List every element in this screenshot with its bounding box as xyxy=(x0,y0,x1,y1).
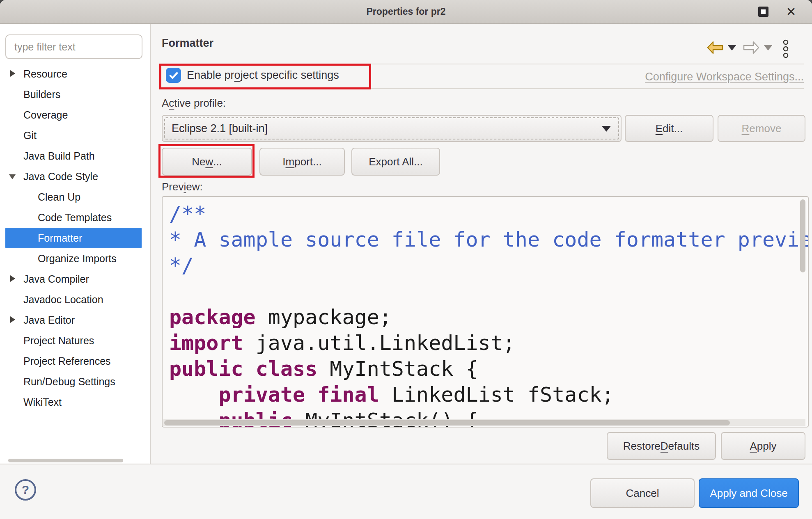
sidebar-item-label: Clean Up xyxy=(5,191,80,203)
code-line: private final LinkedList fStack; xyxy=(169,382,809,408)
apply-and-close-button[interactable]: Apply and Close xyxy=(699,478,799,508)
sidebar-item-label: Formatter xyxy=(5,232,82,244)
code-line: /** xyxy=(169,201,809,227)
sidebar-item-wikitext[interactable]: WikiText xyxy=(5,392,142,412)
code-preview: /*** A sample source file for the code f… xyxy=(162,196,809,428)
separator-bottom xyxy=(162,88,804,89)
sidebar-item-label: Git xyxy=(5,130,37,142)
chevron-right-icon[interactable] xyxy=(9,70,17,78)
code-comment: /** xyxy=(169,202,206,226)
close-button[interactable]: ✕ xyxy=(781,0,801,23)
code-text: MyIntStack { xyxy=(317,357,478,381)
footer-separator xyxy=(0,464,812,464)
maximize-icon xyxy=(758,7,768,17)
sidebar-item-coverage[interactable]: Coverage xyxy=(5,105,142,125)
sidebar-item-label: Project Natures xyxy=(5,335,94,347)
sidebar-item-java-build-path[interactable]: Java Build Path xyxy=(5,146,142,166)
export-all-button[interactable]: Export All... xyxy=(351,148,440,176)
sidebar-item-formatter[interactable]: Formatter xyxy=(5,228,142,248)
sidebar-item-label: Project References xyxy=(5,355,111,367)
page-title: Formatter xyxy=(162,37,213,50)
sidebar-item-label: Javadoc Location xyxy=(5,294,103,306)
code-line: import java.util.LinkedList; xyxy=(169,330,809,356)
sidebar-item-label: Java Code Style xyxy=(5,171,98,183)
sidebar-item-label: Code Templates xyxy=(5,212,112,224)
sidebar-item-project-natures[interactable]: Project Natures xyxy=(5,330,142,351)
sidebar-item-organize-imports[interactable]: Organize Imports xyxy=(5,248,142,269)
sidebar-item-code-templates[interactable]: Code Templates xyxy=(5,207,142,228)
view-menu-icon[interactable] xyxy=(782,39,789,58)
code-text: java.util.LinkedList; xyxy=(243,331,515,355)
sidebar-item-label: Java Compiler xyxy=(5,273,89,285)
properties-dialog: Properties for pr2 ✕ ResourceBuildersCov… xyxy=(0,0,812,519)
apply-button[interactable]: Apply xyxy=(721,432,805,460)
back-history-dropdown-icon[interactable] xyxy=(727,45,736,50)
sidebar-item-java-editor[interactable]: Java Editor xyxy=(5,310,142,330)
preview-vscrollbar-thumb[interactable] xyxy=(800,199,805,272)
sidebar-item-label: Java Build Path xyxy=(5,150,95,162)
sidebar-item-label: Organize Imports xyxy=(5,253,117,265)
code-keyword: public class xyxy=(169,357,317,381)
sidebar-item-label: Builders xyxy=(5,89,60,101)
sidebar-item-label: WikiText xyxy=(5,396,62,408)
active-profile-value: Eclipse 2.1 [built-in] xyxy=(163,122,268,135)
sidebar-item-builders[interactable]: Builders xyxy=(5,84,142,105)
filter-input[interactable] xyxy=(6,41,142,53)
dropdown-arrow-icon xyxy=(602,126,611,132)
chevron-right-icon[interactable] xyxy=(9,275,17,283)
code-text: LinkedList fStack; xyxy=(379,383,614,407)
sidebar-item-java-compiler[interactable]: Java Compiler xyxy=(5,269,142,289)
sidebar-item-label: Coverage xyxy=(5,109,68,121)
filter-box xyxy=(5,34,142,59)
window-title: Properties for pr2 xyxy=(367,6,446,17)
code-line: public class MyIntStack { xyxy=(169,356,809,382)
sidebar-item-clean-up[interactable]: Clean Up xyxy=(5,187,142,207)
edit-button[interactable]: Edit... xyxy=(625,115,713,142)
active-profile-label: Active profile: xyxy=(162,97,226,110)
code-text xyxy=(169,383,218,407)
sidebar-item-label: Run/Debug Settings xyxy=(5,376,115,388)
enable-settings-row: Enable project specific settings xyxy=(166,68,339,83)
code-line: package mypackage; xyxy=(169,304,809,330)
code-line: * A sample source file for the code form… xyxy=(169,227,809,253)
sidebar-item-run-debug-settings[interactable]: Run/Debug Settings xyxy=(5,371,142,392)
new-button[interactable]: New... xyxy=(162,148,252,176)
sidebar-item-java-code-style[interactable]: Java Code Style xyxy=(5,166,142,187)
enable-settings-label: Enable project specific settings xyxy=(187,69,339,82)
checkmark-icon xyxy=(168,70,179,81)
code-comment: */ xyxy=(169,254,194,277)
sidebar-item-javadoc-location[interactable]: Javadoc Location xyxy=(5,289,142,310)
code-keyword: private final xyxy=(218,383,379,407)
active-profile-dropdown[interactable]: Eclipse 2.1 [built-in] xyxy=(162,115,622,142)
code-text: mypackage; xyxy=(256,305,392,329)
sidebar-item-git[interactable]: Git xyxy=(5,125,142,146)
code-block: /*** A sample source file for the code f… xyxy=(169,201,809,428)
sidebar-item-resource[interactable]: Resource xyxy=(5,64,142,84)
preview-label: Preview: xyxy=(162,181,203,193)
maximize-button[interactable] xyxy=(753,0,773,23)
close-icon: ✕ xyxy=(786,6,796,18)
enable-settings-checkbox[interactable] xyxy=(166,68,181,83)
history-toolbar xyxy=(704,39,806,56)
forward-history-dropdown-icon[interactable] xyxy=(764,45,773,50)
sidebar-item-project-references[interactable]: Project References xyxy=(5,351,142,371)
code-line: */ xyxy=(169,253,809,279)
chevron-right-icon[interactable] xyxy=(9,316,17,324)
preview-hscrollbar-thumb[interactable] xyxy=(164,420,730,425)
configure-workspace-link[interactable]: Configure Workspace Settings... xyxy=(645,71,804,83)
help-icon: ? xyxy=(22,483,29,497)
code-keyword: import xyxy=(169,331,243,355)
remove-button[interactable]: Remove xyxy=(718,115,805,142)
code-comment: * A sample source file for the code form… xyxy=(169,228,809,251)
chevron-down-icon[interactable] xyxy=(9,172,17,181)
code-line xyxy=(169,279,809,304)
import-button[interactable]: Import... xyxy=(259,148,345,176)
sidebar-hscrollbar-thumb[interactable] xyxy=(8,459,123,462)
back-arrow-icon[interactable] xyxy=(707,41,723,54)
cancel-button[interactable]: Cancel xyxy=(590,478,695,508)
settings-sidebar: ResourceBuildersCoverageGitJava Build Pa… xyxy=(0,24,151,464)
restore-defaults-button[interactable]: Restore Defaults xyxy=(607,432,716,460)
titlebar: Properties for pr2 ✕ xyxy=(0,0,812,24)
forward-arrow-icon[interactable] xyxy=(743,41,759,54)
help-button[interactable]: ? xyxy=(15,479,36,501)
